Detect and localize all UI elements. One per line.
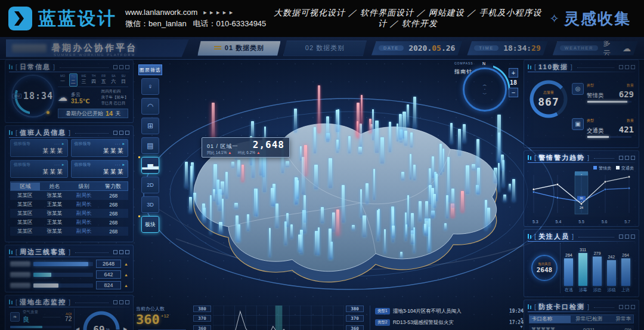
bar-chart-icon[interactable]: ▂▅▃ [141, 157, 159, 174]
services-line: 大数据可视化设计 ／ 软件界面设计 ／ 网站建设 ／ 手机及小程序设计 ／ 软件… [266, 8, 549, 29]
panel-checkpoint: [防疫卡口检测] 卡口名称异常/已检测异常率 某某某某某0/3110% 某某某某… [524, 300, 639, 330]
alert-type-badge: 类型1 [375, 308, 390, 314]
weekday-2: WE三 [80, 73, 87, 87]
inspiration-collect[interactable]: ✧ 灵感收集 [549, 8, 631, 29]
zoom-in-button[interactable]: + [509, 68, 518, 78]
building-icon[interactable]: ▤ [141, 137, 159, 154]
panel-focus-personnel: [关注人员] 当日关注 2648 264 在逃 311 涉毒 279 涉恐 24… [524, 229, 639, 297]
alert-item[interactable]: 类型1 湿地3-104片区有不明人员闯入19:24 [375, 306, 524, 317]
scroll-dot-icon: ● [520, 316, 522, 320]
window-controls-icon[interactable] [113, 131, 129, 135]
weekday-5: SA六 [110, 73, 117, 87]
blurred-line-label [10, 283, 30, 288]
date-label: DATE [379, 45, 404, 51]
alert-list: 类型1 湿地3-104片区有不明人员闯入19:24 类型2 RD13-53烟感报… [370, 306, 524, 330]
zoom-out-button[interactable]: − [509, 88, 518, 97]
window-controls-icon[interactable] [619, 156, 635, 160]
duty-table-row: 某某区张某某副局长268 [10, 227, 128, 236]
zoom-level: 18 [510, 79, 517, 86]
checkpoint-table: 卡口名称异常/已检测异常率 某某某某某0/3110% 某某某某某0/890% 某… [529, 314, 634, 330]
weekday-6: SU日 [120, 73, 127, 87]
duty-leader-card[interactable]: 值班领导···某某某 [10, 139, 68, 157]
duty-leader-card[interactable]: 值班领导···某某某 [71, 160, 129, 178]
window-controls-icon[interactable] [619, 235, 635, 239]
radar-icon[interactable]: ◠ [141, 98, 159, 115]
map-zoom-control: + 18 − [508, 68, 519, 97]
tooltip-deltas: 同比 14.1% ▲ 环比 6.2% ▲ [207, 150, 284, 156]
flow-bars: 2648▲ 642▲ 824▲ [10, 258, 128, 291]
office-count-delta: +12 [161, 313, 169, 319]
weather-widget: WEATHER 多云 ☁ [553, 41, 638, 55]
focus-bar: 279 涉恐 [593, 245, 602, 286]
panel-tick-icon [528, 234, 532, 239]
panel-tick-icon [528, 64, 532, 69]
mode-2d[interactable]: 2D [141, 177, 159, 193]
platform-title: 暑期办公协作平台 [51, 42, 137, 54]
trend-legend: 警情类交通类 [593, 165, 634, 171]
panel-police-trend: [警情警力趋势] 警情类交通类 ⌄3024 5.35.45.55.65.7 [524, 150, 639, 227]
weekday-4: FR五 [100, 73, 107, 87]
collect-label: 灵感收集 [564, 8, 631, 29]
y-axis-right: 380370360350340 [346, 306, 364, 330]
window-controls-icon[interactable] [113, 250, 129, 254]
duty-leader-card[interactable]: 值班领导···某某某 [71, 139, 129, 157]
person-pin-icon[interactable]: ♀ [141, 78, 159, 95]
duty-leader-card[interactable]: 值班领导···某某某 [10, 160, 68, 178]
wechat-label: 微信：ben_lanlan [125, 19, 187, 28]
alert-item[interactable]: 类型2 RD13-53烟感报警疑似火灾17:24 [375, 317, 524, 328]
checkpoint-header: 卡口名称异常/已检测异常率 [529, 314, 634, 323]
scroll-up-icon[interactable]: ▲ [519, 308, 524, 312]
arrows-icon: ►►►►► [202, 10, 235, 16]
blurred-line-label [10, 261, 30, 267]
compass-label-en: COMPASS [454, 61, 473, 65]
focus-bar: 242 涉稳 [607, 245, 616, 286]
website-link[interactable]: www.lanlanwork.com [125, 8, 197, 17]
window-controls-icon[interactable] [113, 300, 129, 304]
duty-table-row: 某某区张某某副局长268 [10, 209, 128, 218]
layer-filter-toolbar: 图层筛选 ♀◠⊞▤▂▅▃2D3D板块 [138, 64, 162, 236]
compass: COMPASS 指南针 N ︿·﹀ [454, 61, 512, 119]
panel-eco-monitor: [湿地生态监控] ❧ 空气质量良 AQI72 ◖ [5, 295, 134, 330]
mode-block[interactable]: 板块 [141, 216, 159, 233]
gauge-left-arrow-icon[interactable]: ◀ [76, 326, 79, 330]
lunar-calendar: 闰四月初四庚子年【鼠年】辛巳月 己巳日 [101, 89, 129, 106]
eco-gauge: 69% ◀ ▶ [82, 310, 121, 330]
scroll-down-icon[interactable]: ▼ [519, 325, 524, 329]
time-label: TIME [474, 45, 499, 51]
tab-data-category-2[interactable]: 02 数据类别 [283, 41, 367, 56]
notice-banner: 暑期办公已开始14天 [58, 109, 128, 118]
up-arrow-icon: ▲ [124, 262, 128, 266]
dashboard: 暑期办公协作平台 SUMMER WORKING PLATFORM 01 数据类别… [0, 37, 644, 330]
trend-x-axis: 5.35.45.55.65.7 [528, 220, 635, 224]
office-trend-chart: 380370360350340 024681012141618202224 38… [193, 306, 364, 330]
duty-table: 区域姓名级别警力数 某某区张某某副局长268 某某区王某某副局长268 某某区张… [10, 181, 128, 236]
window-controls-icon[interactable] [113, 65, 129, 69]
gauge-right-arrow-icon[interactable]: ▶ [123, 326, 127, 330]
traffic-icon: ▣ [572, 118, 584, 130]
leaf-icon: ❧ [10, 312, 20, 322]
grid-icon[interactable]: ⊞ [141, 118, 159, 134]
focus-bar: 264 在逃 [564, 245, 573, 286]
window-controls-icon[interactable] [619, 65, 635, 69]
tab-data-category-1[interactable]: 01 数据类别 [197, 41, 281, 56]
duty-leader-cards: 值班领导···某某某 值班领导···某某某 值班领导···某某某 值班领导···… [10, 139, 128, 178]
window-controls-icon[interactable] [619, 305, 635, 309]
svg-text:24: 24 [580, 206, 583, 209]
dashboard-header: 暑期办公协作平台 SUMMER WORKING PLATFORM 01 数据类别… [0, 37, 644, 60]
mode-3d[interactable]: 3D [141, 196, 159, 213]
trend-line-chart: ⌄3024 [528, 171, 635, 217]
focus-bar-chart: 264 在逃 311 涉毒 279 涉恐 242 涉稳 264 上访 [560, 243, 634, 293]
weekday-0: MO一 [59, 73, 66, 87]
alarm-row: ◎ 类型警情类 数量629 [572, 78, 634, 100]
promo-banner: 蓝蓝设计 www.lanlanwork.com ►►►►► 微信：ben_lan… [0, 0, 644, 37]
flow-bar-row: 642▲ [10, 269, 128, 280]
compass-center-icon: ︿·﹀ [463, 67, 507, 112]
blurred-line-label [10, 272, 30, 277]
weather-value: 多云 [603, 38, 618, 59]
alarm-type-rows: ◎ 类型警情类 数量629 ▣ 类型交通类 数量421 [572, 73, 634, 144]
platform-subtitle: SUMMER WORKING PLATFORM [54, 53, 136, 57]
up-arrow-icon: ▲ [124, 273, 128, 277]
sparkle-icon: ✧ [549, 11, 559, 26]
checkpoint-row: 某某某某某0/3110% [529, 325, 634, 330]
panel-passenger-flow: [周边三线客流] 2648▲ 642▲ 824▲ [5, 245, 134, 292]
